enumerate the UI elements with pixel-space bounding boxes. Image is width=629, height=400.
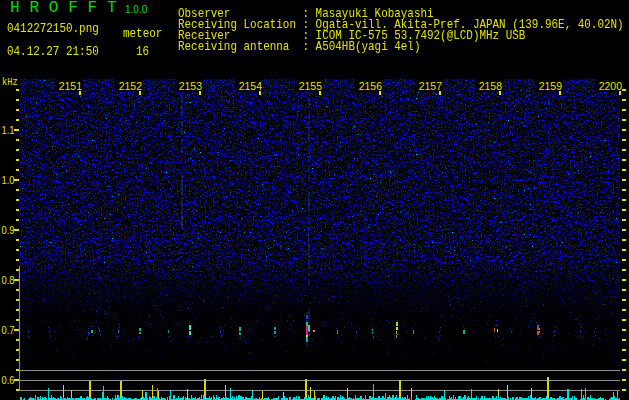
svg-text:1.0: 1.0 <box>2 174 15 186</box>
svg-text:2158: 2158 <box>479 80 503 92</box>
svg-text:0.7: 0.7 <box>2 324 15 336</box>
svg-text:2157: 2157 <box>419 80 443 92</box>
svg-text:kHz: kHz <box>2 76 18 88</box>
svg-text:2154: 2154 <box>239 80 263 92</box>
svg-text:2153: 2153 <box>179 80 203 92</box>
svg-text:2159: 2159 <box>539 80 563 92</box>
svg-text:1.1: 1.1 <box>2 124 15 136</box>
svg-text:2155: 2155 <box>299 80 323 92</box>
svg-text:2200: 2200 <box>599 80 623 92</box>
svg-text:2156: 2156 <box>359 80 383 92</box>
svg-text:0.6: 0.6 <box>2 374 15 386</box>
svg-text:2152: 2152 <box>119 80 143 92</box>
svg-text:2151: 2151 <box>59 80 83 92</box>
svg-text:0.9: 0.9 <box>2 224 15 236</box>
svg-text:0.8: 0.8 <box>2 274 15 286</box>
